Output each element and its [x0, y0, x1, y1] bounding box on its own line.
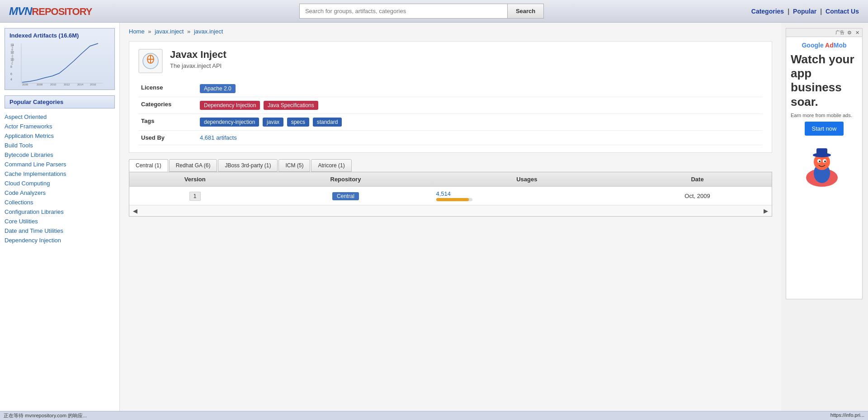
tag-dep-injection[interactable]: dependency-injection — [200, 118, 259, 127]
breadcrumb: Home » javax.inject » javax.inject — [129, 28, 772, 35]
nav-contact[interactable]: Contact Us — [826, 8, 859, 15]
category-link[interactable]: Aspect Oriented — [5, 113, 47, 120]
category-link[interactable]: Collections — [5, 199, 33, 206]
category-link[interactable]: Code Analyzers — [5, 189, 46, 196]
categories-label: Categories — [138, 97, 197, 114]
category-link[interactable]: Cache Implementations — [5, 170, 66, 177]
category-link[interactable]: Build Tools — [5, 142, 33, 149]
breadcrumb-artifact[interactable]: javax.inject — [194, 28, 223, 35]
status-url: https://info.pri... — [830, 412, 864, 415]
list-item: Collections — [5, 198, 115, 207]
svg-text:4: 4 — [10, 78, 12, 81]
license-badge[interactable]: Apache 2.0 — [200, 84, 236, 93]
repo-badge[interactable]: Central — [332, 192, 359, 200]
tag-standard[interactable]: standard — [313, 118, 342, 127]
ad-subtext: Earn more from mobile ads. — [791, 113, 858, 118]
search-button[interactable]: Search — [507, 4, 544, 19]
nav-links: Categories | Popular | Contact Us — [751, 8, 859, 15]
artifact-desc: The javax.inject API — [170, 62, 226, 69]
list-item: Date and Time Utilities — [5, 226, 115, 236]
list-item: Code Analyzers — [5, 188, 115, 198]
search-area: Search — [101, 4, 742, 19]
ad-headline: Watch your app business soar. — [791, 52, 858, 109]
category-link[interactable]: Cloud Computing — [5, 180, 50, 187]
svg-text:2010: 2010 — [50, 83, 57, 86]
license-value: Apache 2.0 — [197, 80, 763, 97]
ad-cta-button[interactable]: Start now — [805, 122, 844, 136]
cat-dep-injection[interactable]: Dependency Injection — [200, 101, 260, 110]
list-item: Aspect Oriented — [5, 112, 115, 122]
category-link[interactable]: Core Utilities — [5, 218, 38, 225]
repository-cell: Central — [260, 187, 430, 205]
cat-java-spec[interactable]: Java Specifications — [264, 101, 318, 110]
list-item: Cache Implementations — [5, 169, 115, 179]
header: MVNREPOSITORY Search Categories | Popula… — [0, 0, 868, 23]
breadcrumb-home[interactable]: Home — [129, 28, 145, 35]
artifact-card: Javax Inject The javax.inject API Licens… — [129, 41, 772, 153]
main: Indexed Artifacts (16.6M) 14 12 10 8 6 4… — [0, 23, 868, 415]
used-by-value: 4,681 artifacts — [197, 131, 763, 145]
usages-link[interactable]: 4,514 — [436, 190, 451, 197]
svg-text:2012: 2012 — [64, 83, 70, 86]
svg-text:2014: 2014 — [77, 83, 84, 86]
tab-0[interactable]: Central (1) — [129, 159, 168, 172]
svg-text:6: 6 — [10, 72, 12, 76]
content: Home » javax.inject » javax.inject Jav — [120, 23, 781, 415]
ad-image — [797, 144, 851, 190]
version-table: Version Repository Usages Date 1Central … — [129, 172, 772, 205]
ad-panel: 广告 ⚙ ✕ Google AdMob Watch your app busin… — [786, 28, 863, 299]
tab-4[interactable]: Atricore (1) — [311, 159, 351, 172]
logo: MVNREPOSITORY — [9, 5, 92, 18]
category-link[interactable]: Dependency Injection — [5, 237, 61, 244]
svg-rect-28 — [816, 148, 827, 156]
list-item: Dependency Injection — [5, 236, 115, 245]
list-item: Bytecode Libraries — [5, 150, 115, 160]
category-link[interactable]: Configuration Libraries — [5, 208, 64, 215]
tag-specs[interactable]: specs — [287, 118, 309, 127]
nav-popular[interactable]: Popular — [793, 8, 816, 15]
artifact-title-area: Javax Inject The javax.inject API — [170, 49, 226, 69]
artifacts-box: Indexed Artifacts (16.6M) 14 12 10 8 6 4… — [5, 28, 115, 90]
svg-text:2008: 2008 — [37, 83, 43, 86]
search-input[interactable] — [299, 4, 507, 19]
category-link[interactable]: Bytecode Libraries — [5, 151, 53, 158]
usage-bar — [436, 198, 472, 201]
tab-2[interactable]: JBoss 3rd-party (1) — [218, 159, 278, 172]
category-link[interactable]: Actor Frameworks — [5, 123, 52, 130]
ad-content: Google AdMob Watch your app business soa… — [786, 37, 862, 195]
chart-area: 14 12 10 8 6 4 Projects (millions) 2006 … — [9, 41, 109, 86]
list-item: Cloud Computing — [5, 179, 115, 188]
artifact-meta: License Apache 2.0 Categories Dependency… — [138, 80, 763, 145]
list-item: Configuration Libraries — [5, 207, 115, 217]
category-link[interactable]: Date and Time Utilities — [5, 227, 63, 234]
breadcrumb-group[interactable]: javax.inject — [155, 28, 184, 35]
ad-topbar: 广告 ⚙ ✕ — [786, 28, 862, 37]
ad-settings-icon[interactable]: ⚙ — [846, 30, 853, 36]
ad-close-icon[interactable]: ✕ — [854, 30, 860, 36]
col-repository: Repository — [260, 172, 430, 187]
tab-3[interactable]: ICM (5) — [278, 159, 310, 172]
scroll-left-arrow[interactable]: ◀ — [133, 208, 137, 214]
usages-cell: 4,514 — [431, 187, 623, 205]
category-list: Aspect OrientedActor FrameworksApplicati… — [0, 110, 119, 247]
scroll-right-arrow[interactable]: ▶ — [764, 208, 768, 214]
usage-bar-fill — [436, 198, 469, 201]
svg-text:2016: 2016 — [90, 83, 96, 86]
artifact-icon — [138, 49, 163, 73]
categories-row: Categories Dependency Injection Java Spe… — [138, 97, 763, 114]
list-item: Application Metrics — [5, 131, 115, 141]
tag-javax[interactable]: javax — [263, 118, 283, 127]
tab-1[interactable]: Redhat GA (6) — [169, 159, 217, 172]
nav-categories[interactable]: Categories — [751, 8, 784, 15]
category-link[interactable]: Application Metrics — [5, 132, 54, 139]
popular-categories-title: Popular Categories — [5, 95, 115, 109]
version-badge[interactable]: 1 — [189, 192, 201, 201]
list-item: Command Line Parsers — [5, 160, 115, 169]
category-link[interactable]: Command Line Parsers — [5, 161, 66, 168]
col-usages: Usages — [431, 172, 623, 187]
used-by-link[interactable]: 4,681 artifacts — [200, 134, 237, 141]
version-cell: 1 — [129, 187, 260, 205]
artifact-header: Javax Inject The javax.inject API — [138, 49, 763, 73]
tags-value: dependency-injection javax specs standar… — [197, 114, 763, 131]
tags-row: Tags dependency-injection javax specs st… — [138, 114, 763, 131]
